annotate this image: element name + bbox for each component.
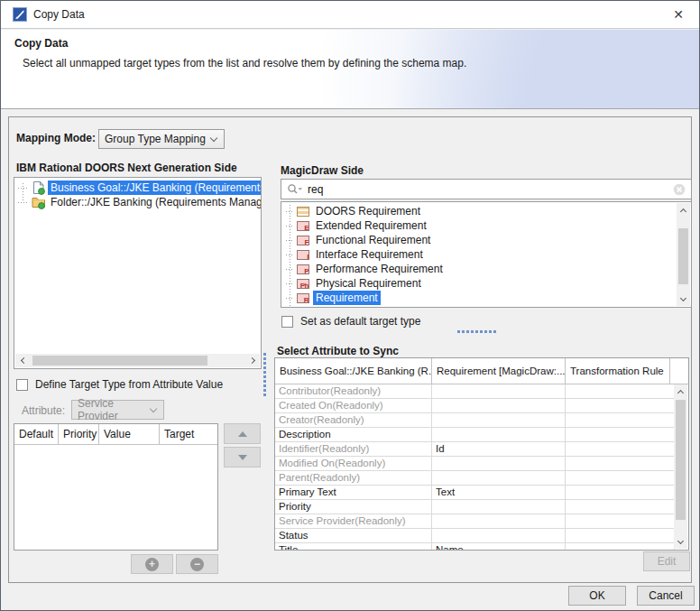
scroll-up-icon[interactable] [674,384,687,398]
default-target-type-checkbox[interactable] [281,316,293,328]
attribute-row[interactable]: Status [275,529,675,543]
attribute-table-column-header[interactable]: Transformation Rule [566,358,670,384]
tree-connector [18,202,29,203]
attribute-cell-source: Title [275,543,432,550]
requirement-type-icon: F [297,236,309,245]
type-list-item[interactable]: PhPhysical Requirement [281,276,677,291]
tree-connector [286,226,294,227]
type-list-item[interactable]: EExtended Requirement [281,218,677,233]
chevron-down-icon [150,405,157,412]
type-item-label: Performance Requirement [313,262,446,276]
attribute-row[interactable]: Modified On(Readonly) [275,457,675,471]
move-down-button[interactable] [224,447,261,468]
type-item-label: Physical Requirement [313,276,424,291]
horizontal-splitter-handle[interactable] [457,330,496,333]
scroll-left-icon[interactable] [15,354,29,367]
attribute-row[interactable]: Created On(Readonly) [275,399,675,413]
attribute-row[interactable]: Parent(Readonly) [275,471,675,486]
attribute-cell-rule [566,486,675,499]
requirement-type-icon: I [297,250,309,260]
tree-item-label: Folder::/JKE Banking (Requirements Manag… [48,195,262,209]
attribute-cell-source: Identifier(Readonly) [275,442,432,456]
attribute-cell-rule [566,428,675,441]
attribute-table-column-header[interactable]: Business Goal::/JKE Banking (R... [275,358,432,384]
tree-item[interactable]: Folder::/JKE Banking (Requirements Manag… [14,195,261,209]
scrollbar-thumb[interactable] [32,356,207,366]
attribute-row[interactable]: Creator(Readonly) [275,413,675,428]
attribute-table-scrollbar[interactable] [674,384,687,549]
search-box[interactable]: req [281,179,692,199]
attribute-cell-target [432,529,566,542]
dialog-header: Copy Data Select all unmapped target typ… [1,30,699,109]
cancel-button[interactable]: Cancel [637,586,695,606]
attribute-cell-source: Service Provider(Readonly) [275,514,432,528]
attribute-row[interactable]: TitleName [275,543,675,550]
doors-tree-panel: Business Goal::/JKE Banking (Requirement… [14,177,262,369]
remove-row-button[interactable]: − [176,554,218,574]
scroll-down-icon[interactable] [677,292,690,306]
value-table-column-header[interactable]: Default [14,424,59,444]
attribute-row[interactable]: Identifier(Readonly)Id [275,442,675,457]
type-list-item[interactable]: PPerformance Requirement [281,262,677,276]
mapping-mode-label: Mapping Mode: [16,132,96,144]
value-table-column-header[interactable]: Priority [59,424,99,444]
mapping-mode-select[interactable]: Group Type Mapping [98,129,225,149]
attribute-cell-target: Text [432,486,566,499]
type-item-label: DOORS Requirement [313,204,423,218]
window-title: Copy Data [33,8,85,21]
ok-button[interactable]: OK [568,586,626,606]
tree-item[interactable]: Business Goal::/JKE Banking (Requirement… [14,181,261,195]
add-row-button[interactable]: + [131,554,173,574]
attribute-table-header-filler [670,358,688,384]
attribute-cell-target: Id [432,442,566,456]
type-item-label: Extended Requirement [313,218,429,233]
attribute-cell-source: Creator(Readonly) [275,413,432,427]
attribute-table-column-header[interactable]: Requirement [MagicDraw:... [432,358,566,384]
type-list-item[interactable]: RRequirement [281,291,677,305]
type-list-item[interactable]: FFunctional Requirement [281,233,677,247]
define-target-type-checkbox[interactable] [16,379,28,391]
scrollbar-thumb[interactable] [678,228,688,284]
scroll-up-icon[interactable] [677,203,690,217]
requirement-type-icon: P [297,264,309,274]
attribute-select-value: Service Provider [78,397,151,422]
main-content-panel: Mapping Mode: Group Type Mapping IBM Rat… [8,116,692,583]
attribute-cell-rule [566,457,675,470]
type-list-panel: DOORS RequirementEExtended RequirementFF… [281,201,692,308]
value-table-column-header[interactable]: Value [99,424,160,444]
scrollbar-thumb[interactable] [676,400,686,520]
move-up-button[interactable] [224,423,261,444]
close-icon[interactable]: ✕ [668,5,688,23]
search-input[interactable]: req [308,183,673,196]
requirement-type-icon: E [297,221,309,231]
attribute-cell-source: Modified On(Readonly) [275,457,432,470]
mapping-mode-value: Group Type Mapping [105,133,206,145]
attribute-row[interactable]: Priority [275,500,675,514]
attribute-row[interactable]: Contributor(Readonly) [275,384,675,399]
type-list-item[interactable]: DOORS Requirement [281,204,677,218]
type-list-item[interactable]: IInterface Requirement [281,247,677,262]
attribute-cell-source: Parent(Readonly) [275,471,432,485]
scroll-right-icon[interactable] [246,354,260,367]
header-description: Select all unmapped target types from th… [23,57,466,69]
up-triangle-icon [238,431,247,437]
attribute-cell-rule [566,471,675,485]
header-title: Copy Data [14,37,68,50]
attribute-row[interactable]: Primary TextText [275,486,675,500]
attribute-table-body: Contributor(Readonly)Created On(Readonly… [275,384,675,550]
attribute-cell-source: Status [275,529,432,542]
attribute-select[interactable]: Service Provider [71,400,164,420]
clear-search-icon[interactable] [673,183,686,196]
edit-button[interactable]: Edit [643,551,690,571]
attribute-cell-target [432,457,566,470]
tree-horizontal-scrollbar[interactable] [15,354,260,367]
vertical-splitter-handle[interactable] [263,353,266,396]
attribute-row[interactable]: Description [275,428,675,442]
scroll-down-icon[interactable] [674,535,687,549]
tree-item-label: Business Goal::/JKE Banking (Requirement… [48,181,262,195]
tree-connector [286,298,294,299]
value-table-column-header[interactable]: Target [160,424,217,444]
type-list-scrollbar[interactable] [677,203,690,306]
attribute-cell-source: Primary Text [275,486,432,499]
attribute-row[interactable]: Service Provider(Readonly) [275,514,675,529]
